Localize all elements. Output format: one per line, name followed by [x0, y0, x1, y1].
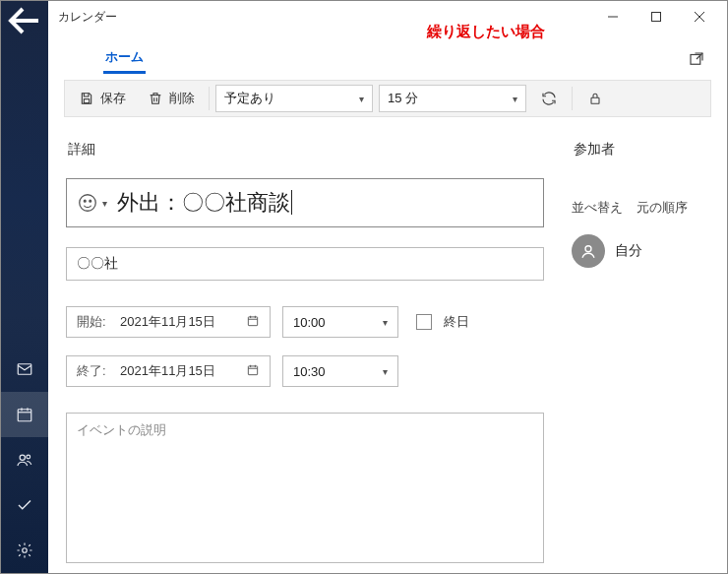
people-icon	[16, 451, 33, 469]
end-label: 終了:	[77, 362, 112, 380]
delete-label: 削除	[169, 90, 195, 107]
trash-icon	[148, 91, 163, 106]
svg-point-12	[80, 195, 96, 212]
chevron-down-icon: ▾	[513, 94, 517, 104]
recurrence-button[interactable]	[532, 84, 566, 113]
sidebar	[1, 1, 48, 573]
reminder-select[interactable]: 15 分 ▾	[379, 85, 526, 112]
start-time-select[interactable]: 10:00 ▾	[282, 306, 398, 338]
svg-rect-1	[18, 410, 31, 421]
svg-rect-10	[84, 99, 89, 103]
original-order-button[interactable]: 元の順序	[637, 200, 688, 217]
event-title-value: 外出：〇〇社商談	[117, 190, 292, 215]
private-button[interactable]	[578, 84, 612, 113]
svg-rect-11	[591, 97, 599, 103]
tab-home[interactable]: ホーム	[103, 42, 146, 74]
location-value: 〇〇社	[77, 255, 118, 273]
lock-icon	[587, 91, 603, 106]
sidebar-item-settings[interactable]	[1, 528, 48, 573]
description-input[interactable]: イベントの説明	[66, 413, 544, 563]
svg-rect-15	[248, 316, 257, 325]
window-minimize[interactable]	[591, 2, 635, 32]
details-label: 詳細	[68, 141, 544, 159]
maximize-icon	[651, 12, 661, 22]
toolbar: 保存 削除 予定あり ▾ 15 分 ▾	[64, 80, 711, 117]
svg-rect-16	[248, 365, 257, 374]
event-title-input[interactable]: 外出：〇〇社商談	[117, 188, 533, 218]
attendees-label: 参加者	[574, 141, 709, 159]
titlebar: カレンダー	[48, 1, 727, 32]
attendee-name: 自分	[615, 242, 642, 260]
end-date-button[interactable]	[246, 363, 260, 380]
start-label: 開始:	[77, 313, 112, 331]
delete-button[interactable]: 削除	[140, 84, 203, 113]
start-date-picker[interactable]: 開始: 2021年11月15日	[66, 306, 271, 338]
svg-point-13	[84, 200, 86, 202]
start-date-value: 2021年11月15日	[120, 313, 215, 331]
back-button[interactable]	[1, 1, 48, 40]
date-picker-icon	[246, 314, 260, 328]
save-label: 保存	[100, 90, 126, 107]
details-column: 詳細 ▾ 外出：〇〇社商談 〇〇社 開始: 2021年11月15日	[66, 141, 544, 563]
attendees-column: 参加者 並べ替え 元の順序 自分	[572, 141, 709, 563]
svg-point-2	[20, 455, 25, 460]
person-icon	[579, 242, 597, 260]
allday-checkbox[interactable]	[416, 314, 432, 330]
chevron-down-icon: ▾	[383, 366, 388, 377]
save-icon	[79, 91, 94, 106]
sidebar-item-people[interactable]	[1, 437, 48, 482]
close-icon	[695, 12, 704, 22]
gear-icon	[16, 542, 33, 559]
event-body: 詳細 ▾ 外出：〇〇社商談 〇〇社 開始: 2021年11月15日	[48, 117, 727, 573]
minimize-icon	[608, 12, 618, 22]
location-input[interactable]: 〇〇社	[66, 247, 544, 281]
chevron-down-icon: ▾	[359, 94, 364, 104]
chevron-down-icon: ▾	[102, 198, 107, 209]
end-time-select[interactable]: 10:30 ▾	[282, 355, 398, 387]
app-window: 繰り返したい場合 カレンダー ホーム	[0, 0, 728, 574]
status-select[interactable]: 予定あり ▾	[215, 85, 373, 112]
end-date-picker[interactable]: 終了: 2021年11月15日	[66, 355, 271, 387]
event-title-row[interactable]: ▾ 外出：〇〇社商談	[66, 178, 544, 227]
sort-button[interactable]: 並べ替え	[572, 200, 623, 217]
attendee-row[interactable]: 自分	[572, 234, 709, 268]
tabs-row: ホーム	[48, 32, 727, 74]
start-time-value: 10:00	[293, 315, 326, 330]
start-date-button[interactable]	[246, 314, 260, 331]
window-maximize[interactable]	[635, 2, 678, 32]
chevron-down-icon: ▾	[383, 317, 388, 328]
app-title: カレンダー	[58, 9, 117, 26]
avatar	[572, 234, 605, 268]
window-close[interactable]	[678, 2, 721, 32]
toolbar-separator	[572, 87, 573, 110]
mail-icon	[16, 360, 33, 378]
allday-label: 終日	[444, 313, 469, 331]
svg-rect-0	[18, 364, 31, 375]
main-area: 繰り返したい場合 カレンダー ホーム	[48, 1, 727, 573]
popout-icon	[688, 50, 705, 68]
sidebar-item-calendar[interactable]	[1, 392, 48, 437]
emoji-icon	[77, 192, 98, 214]
reminder-selected: 15 分	[388, 90, 418, 107]
sidebar-item-mail[interactable]	[1, 347, 48, 392]
end-time-value: 10:30	[293, 364, 326, 379]
check-icon	[16, 496, 33, 514]
svg-point-14	[90, 200, 91, 202]
back-arrow-icon	[1, 0, 48, 44]
popout-button[interactable]	[682, 44, 711, 74]
recurrence-icon	[540, 90, 558, 107]
attendees-sort-row: 並べ替え 元の順序	[572, 200, 709, 217]
start-row: 開始: 2021年11月15日 10:00 ▾ 終日	[66, 306, 544, 338]
emoji-picker[interactable]: ▾	[77, 192, 107, 214]
end-date-value: 2021年11月15日	[120, 362, 215, 380]
date-picker-icon	[246, 363, 260, 377]
description-placeholder: イベントの説明	[77, 422, 166, 437]
tab-home-label: ホーム	[105, 49, 144, 64]
status-selected: 予定あり	[224, 90, 275, 107]
end-row: 終了: 2021年11月15日 10:30 ▾	[66, 355, 544, 387]
toolbar-separator	[209, 87, 210, 110]
sidebar-item-tasks[interactable]	[1, 482, 48, 528]
save-button[interactable]: 保存	[71, 84, 134, 113]
svg-point-3	[27, 455, 30, 459]
calendar-icon	[16, 406, 33, 423]
